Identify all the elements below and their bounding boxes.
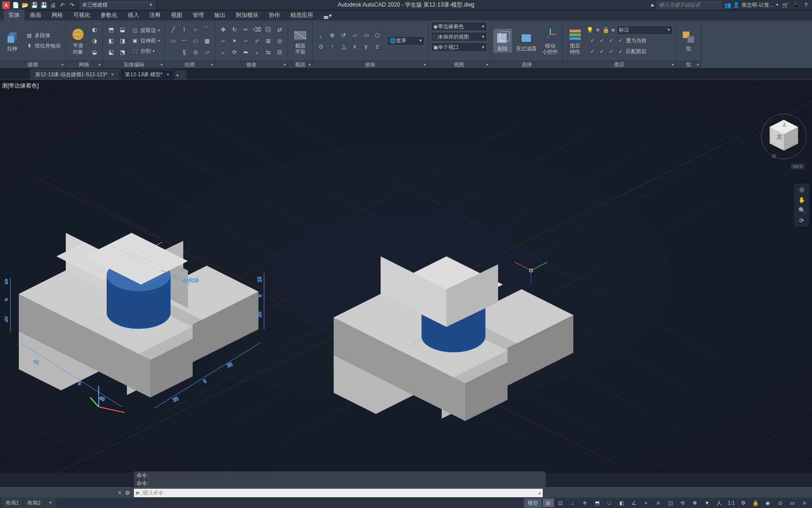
cycling-icon[interactable]: ⟲ bbox=[677, 499, 688, 507]
helix-icon[interactable]: § bbox=[179, 47, 189, 57]
close-icon[interactable]: × bbox=[111, 72, 114, 77]
tab-visualize[interactable]: 可视化 bbox=[69, 10, 95, 21]
clean-screen-icon[interactable]: ▭ bbox=[787, 499, 798, 507]
hatch-icon[interactable]: ▦ bbox=[202, 36, 212, 46]
file-tab-2[interactable]: 第12-13课-模型*× bbox=[120, 69, 174, 79]
annotation-scale-icon[interactable]: 人 bbox=[714, 499, 725, 507]
visual-style-dropdown[interactable]: ◉带边缘着色▼ bbox=[431, 22, 487, 31]
union-icon[interactable]: ⬒ bbox=[106, 24, 116, 35]
panel-expand-icon[interactable]: ▾ bbox=[697, 63, 699, 67]
transparency-icon[interactable]: ◫ bbox=[665, 499, 676, 507]
interfere-icon[interactable]: ◨ bbox=[117, 36, 127, 46]
qat-undo-icon[interactable]: ↶ bbox=[58, 1, 67, 9]
set-current-button[interactable]: ✓✓✓✓置为当前 bbox=[586, 36, 673, 46]
panel-expand-icon[interactable]: ▾ bbox=[309, 63, 311, 67]
ucs-x-icon[interactable]: x bbox=[350, 41, 360, 52]
orbit-icon[interactable]: ⟳ bbox=[796, 216, 807, 225]
viewcube[interactable]: 左 西 上 bbox=[760, 113, 807, 160]
qat-save-icon[interactable]: 💾 bbox=[30, 1, 39, 9]
hardware-accel-icon[interactable]: ◉ bbox=[762, 499, 773, 507]
otrack-icon[interactable]: ∠ bbox=[628, 499, 640, 507]
annotation-icon[interactable]: 🔒 bbox=[750, 499, 761, 507]
cmd-config-icon[interactable]: ⚙ bbox=[125, 490, 130, 496]
panel-expand-icon[interactable]: ▾ bbox=[424, 63, 426, 67]
ucs-world-icon[interactable]: ⊕ bbox=[327, 30, 337, 40]
ucs-origin-icon[interactable]: ⊙ bbox=[316, 41, 326, 52]
layer-lock-icon[interactable]: 🔒 bbox=[602, 27, 609, 33]
qat-new-icon[interactable]: 📄 bbox=[11, 1, 20, 9]
panel-expand-icon[interactable]: ▾ bbox=[62, 63, 63, 67]
stretch-icon[interactable]: ↔ bbox=[241, 36, 251, 46]
layout-tab-1[interactable]: 布局1 bbox=[2, 498, 23, 508]
filter-icon[interactable]: ▼ bbox=[702, 499, 713, 507]
panel-expand-icon[interactable]: ▾ bbox=[161, 63, 163, 67]
ortho-toggle-icon[interactable]: ⟂ bbox=[567, 499, 578, 507]
file-tab-1[interactable]: 第12-13课-综合建模1-S12-123*× bbox=[30, 69, 119, 79]
command-input[interactable]: ▶_ 键入命令 ▴ bbox=[134, 489, 543, 497]
cart-icon[interactable]: 🛒 bbox=[781, 1, 789, 9]
tab-solid[interactable]: 实体 bbox=[4, 10, 24, 21]
layer-props-button[interactable]: 图层 特性 bbox=[566, 26, 585, 55]
saved-view-dropdown[interactable]: ⬚未保存的视图▼ bbox=[431, 32, 487, 41]
no-filter-button[interactable]: 无过滤器 bbox=[514, 29, 539, 52]
steering-wheel-icon[interactable]: ◎ bbox=[796, 185, 807, 194]
rect-icon[interactable]: ▭ bbox=[168, 36, 178, 46]
circle-icon[interactable]: ○ bbox=[190, 24, 201, 35]
polysolid-button[interactable]: ▧多段体 bbox=[23, 31, 62, 40]
isolate-icon[interactable]: ⊙ bbox=[774, 499, 786, 507]
polyline-icon[interactable]: ⌇ bbox=[179, 24, 189, 35]
scale-icon[interactable]: ⤢ bbox=[252, 36, 262, 46]
workspace-dropdown[interactable]: ⚙ 三维建模 ▼ bbox=[80, 1, 155, 9]
smooth-object-button[interactable]: 平滑 对象 bbox=[69, 26, 87, 55]
osnap-toggle-icon[interactable]: □ bbox=[604, 499, 615, 507]
spline-icon[interactable]: 〰 bbox=[179, 36, 189, 46]
ucs-icon[interactable]: ⌞ bbox=[316, 30, 326, 40]
separate-button[interactable]: ⬚分割▾ bbox=[129, 47, 162, 56]
tab-parametric[interactable]: 参数化 bbox=[96, 10, 122, 21]
3dmirror-icon[interactable]: ⇆ bbox=[263, 47, 273, 57]
point-icon[interactable]: · bbox=[168, 47, 178, 57]
slice-icon[interactable]: ⬕ bbox=[106, 47, 116, 57]
zoom-icon[interactable]: 🔍 bbox=[796, 206, 807, 214]
play-icon[interactable]: ▶ bbox=[651, 3, 655, 8]
drawing-viewport[interactable]: 测[带边缘着色] bbox=[0, 80, 812, 473]
align-icon[interactable]: ⫠ bbox=[218, 47, 228, 57]
3dosnap-icon[interactable]: ◧ bbox=[616, 499, 627, 507]
qat-saveas-icon[interactable]: 💾 bbox=[39, 1, 48, 9]
match-layer-button[interactable]: ✓✓✓✓匹配图层 bbox=[586, 47, 673, 56]
panel-expand-icon[interactable]: ▾ bbox=[211, 63, 213, 67]
qat-open-icon[interactable]: 📂 bbox=[21, 1, 29, 9]
section-plane-button[interactable]: 截面 平面 bbox=[291, 26, 310, 55]
move-icon[interactable]: ✥ bbox=[218, 24, 228, 35]
viewport-dropdown[interactable]: ▣单个视口▼ bbox=[431, 42, 487, 52]
mesh-btn-2[interactable]: ◑ bbox=[89, 36, 100, 46]
close-icon[interactable]: × bbox=[166, 72, 169, 77]
tab-collab[interactable]: 协作 bbox=[264, 10, 285, 21]
tab-view[interactable]: 视图 bbox=[166, 10, 187, 21]
offset-icon[interactable]: ◎ bbox=[274, 36, 285, 46]
3drotate-icon[interactable]: ⟳ bbox=[229, 47, 240, 57]
layer-dropdown[interactable]: 标注▼ bbox=[617, 25, 673, 35]
extrude-button[interactable]: 拉伸 bbox=[3, 29, 22, 52]
tab-annotate[interactable]: 注释 bbox=[145, 10, 165, 21]
user-menu[interactable]: 👤 黄忠明-让世... ▼ bbox=[733, 1, 779, 8]
rotate-icon[interactable]: ↻ bbox=[229, 24, 240, 35]
copy-icon[interactable]: ⿻ bbox=[263, 24, 273, 35]
panel-expand-icon[interactable]: ▾ bbox=[486, 63, 488, 67]
add-layout-button[interactable]: + bbox=[45, 498, 55, 508]
layer-color-icon[interactable]: ■ bbox=[611, 27, 615, 33]
tab-output[interactable]: 输出 bbox=[210, 10, 230, 21]
search-input[interactable]: 键入关键字或短语 bbox=[656, 1, 722, 9]
subtract-icon[interactable]: ⬓ bbox=[117, 24, 127, 35]
tab-surface[interactable]: 曲面 bbox=[25, 10, 46, 21]
ucs-view-icon[interactable]: ▭ bbox=[361, 30, 371, 40]
layout-tab-2[interactable]: 布局2 bbox=[23, 498, 44, 508]
lineweight-icon[interactable]: ≡ bbox=[653, 499, 664, 507]
workspace-switch-icon[interactable]: ⚙ bbox=[738, 499, 749, 507]
cmd-close-icon[interactable]: × bbox=[118, 490, 121, 496]
group-button[interactable]: 组 bbox=[679, 29, 698, 52]
app-icon[interactable]: 📱 bbox=[791, 1, 800, 9]
model-space-button[interactable]: 模型 bbox=[524, 498, 542, 508]
layer-lightbulb-icon[interactable]: 💡 bbox=[586, 27, 593, 33]
help-icon[interactable]: ? bbox=[802, 1, 810, 9]
